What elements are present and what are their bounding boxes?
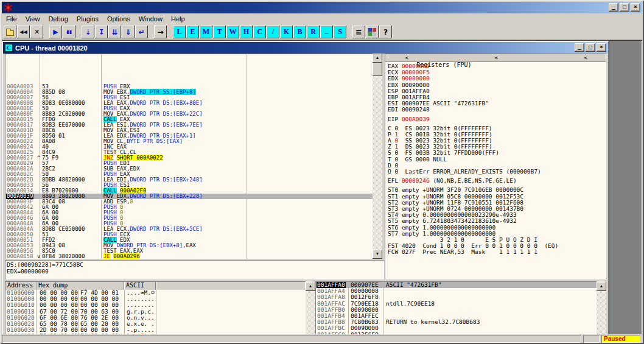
animate-over-icon: ⇓ xyxy=(125,28,131,37)
register-line[interactable]: FCW 027F Prec NEAR,53 Mask 1 1 1 1 1 1 xyxy=(388,249,605,255)
menu-item-options[interactable]: Options xyxy=(103,14,135,24)
disassembly-row[interactable]: 000A002A2BC2SUB EAX,EDX xyxy=(5,166,373,172)
menu-lines-icon: ≡ xyxy=(355,27,362,37)
instruction-bytes: 0F84 38020000 xyxy=(42,254,85,259)
disassembly-row[interactable]: 000A0027^75 F9JNZ SHORT 000A0022 xyxy=(5,155,373,161)
menu-item-window[interactable]: Window xyxy=(135,14,167,24)
panel-button-s[interactable]: S xyxy=(334,26,346,38)
panel-button-t[interactable]: T xyxy=(213,26,226,38)
disassembly-row[interactable]: 000A002440INC EAX xyxy=(5,144,373,150)
step-over-icon: ↧ xyxy=(98,28,104,37)
breakpoints-button[interactable]: ≡ xyxy=(352,26,365,38)
panel-button-r[interactable]: R xyxy=(307,26,320,38)
scrollbar-track[interactable] xyxy=(373,54,382,259)
stack-row[interactable]: 001AFFBC00090000 xyxy=(315,325,597,331)
scroll-down-button[interactable]: ▼ xyxy=(373,250,382,259)
stack-pane[interactable]: 001AFFA0000907EEASCII "472631FB"001AFFA4… xyxy=(315,281,597,335)
instruction-segment: DWORD PTR DS:[EBX+80E] xyxy=(130,100,202,106)
step-over-button[interactable]: ↧ xyxy=(95,26,108,38)
panel-button-h[interactable]: H xyxy=(240,26,253,38)
minimize-button[interactable]: _ xyxy=(609,3,618,12)
instruction-segment: 000A0296 xyxy=(113,253,139,259)
instruction-segment: DWORD PTR DS:[EBX+22C] xyxy=(130,111,202,117)
stack-scrollbar[interactable]: ▲ xyxy=(597,281,606,335)
panel-button-c[interactable]: C xyxy=(253,26,266,38)
cpu-window-icon: C xyxy=(5,44,13,52)
disassembly-row[interactable]: 000A005051PUSH ECX xyxy=(5,232,373,237)
disassembly-row[interactable]: 000A002584C9TEST CL,CL xyxy=(5,150,373,155)
goto-icon: → xyxy=(157,28,163,37)
menu-item-plugins[interactable]: Plugins xyxy=(72,14,103,24)
scroll-up-button[interactable]: ▲ xyxy=(306,282,315,291)
menu-item-view[interactable]: View xyxy=(21,14,44,24)
dump-scrollbar[interactable]: ▲ xyxy=(306,281,315,335)
close-program-button[interactable]: ✕ xyxy=(30,26,43,38)
disassembly-row[interactable]: 000A00178DB3 EE070000LEA ESI,DWORD PTR D… xyxy=(5,122,373,128)
menu-item-debug[interactable]: Debug xyxy=(44,14,72,24)
panel-button-slash[interactable]: / xyxy=(267,26,279,38)
cpu-maximize-button[interactable]: □ xyxy=(586,43,595,52)
register-value-segment: 00000246 xyxy=(402,177,430,184)
execute-till-return-button[interactable]: ↵ xyxy=(135,26,148,38)
registers-pane[interactable]: Registers (FPU) < < < < < EAX 00000001EC… xyxy=(385,54,606,279)
panel-button-k[interactable]: K xyxy=(280,26,293,38)
panel-button-l[interactable]: L xyxy=(173,26,186,38)
disassembly-row[interactable]: 000A00088D83 0E080000LEA EAX,DWORD PTR D… xyxy=(5,100,373,106)
disassembly-row[interactable]: 000A003F83C4 08ADD ESP,8 xyxy=(5,199,373,205)
help-button[interactable]: ? xyxy=(379,26,392,38)
scroll-up-button[interactable]: ▲ xyxy=(597,282,606,291)
open-file-button[interactable] xyxy=(4,26,16,38)
disassembly-row[interactable]: 000A000F8B83 2C020000MOV EAX,DWORD PTR D… xyxy=(5,111,373,117)
jump-direction-arrow: ^ xyxy=(37,155,40,161)
animate-over-button[interactable]: ⇓ xyxy=(122,26,135,38)
instruction-segment: DWORD PTR SS:[EBP+8] xyxy=(130,89,195,95)
registers-collapse-arrows[interactable]: < < < < < xyxy=(385,54,602,61)
panel-button-w[interactable]: W xyxy=(226,26,239,38)
instruction-segment: ,EAX xyxy=(183,242,196,248)
cpu-titlebar[interactable]: C CPU - thread 00001820 _ □ × xyxy=(3,42,608,54)
disassembly-row[interactable]: 000A00538943 08MOV DWORD PTR DS:[EBX+8],… xyxy=(5,243,373,248)
panel-button-dots[interactable]: ... xyxy=(320,26,333,38)
disassembly-row[interactable]: 000A002957PUSH EDI xyxy=(5,161,373,166)
step-into-button[interactable]: ⇣ xyxy=(82,26,94,38)
disassembly-scrollbar[interactable]: ▲ ▼ xyxy=(373,54,382,259)
disassembly-row[interactable]: 000A002D8DBB 48020000LEA EDI,DWORD PTR D… xyxy=(5,177,373,183)
restart-button[interactable]: ◀◀ xyxy=(17,26,30,38)
info-pane-line: EDX=00000000 xyxy=(7,268,384,275)
appearance-button[interactable] xyxy=(366,26,379,38)
disassembly-row[interactable]: 000A00446A 00PUSH 0 xyxy=(5,210,373,216)
cpu-close-button[interactable]: × xyxy=(597,43,606,52)
panel-button-b[interactable]: B xyxy=(293,26,306,38)
disassembly-row[interactable]: 000A00426A 00PUSH 0 xyxy=(5,205,373,210)
run-button[interactable]: ▶ xyxy=(49,26,62,38)
register-line[interactable]: O 0 LastErr ERROR_ALREADY_EXISTS (000000… xyxy=(388,169,605,175)
register-line[interactable]: EDI 00090248 xyxy=(388,107,605,113)
disassembly-row[interactable]: 000A004A8D8B CE050000LEA ECX,DWORD PTR D… xyxy=(5,226,373,232)
register-line[interactable]: EIP 000A0039 xyxy=(388,116,605,122)
restart-icon: ◀◀ xyxy=(19,29,27,35)
disassembly-pane[interactable]: 000A000353PUSH EBX000A00048B5D 08MOV EBX… xyxy=(5,54,373,259)
disassembly-row[interactable]: 000A00466A 00PUSH 0 xyxy=(5,216,373,221)
cpu-minimize-button[interactable]: _ xyxy=(575,43,584,52)
hex-dump-pane[interactable]: Address Hex dump ASCII 0100600000 00 00 … xyxy=(5,281,306,335)
disassembly-row[interactable]: 000A0058v0F84 38020000JE 000A0296 xyxy=(5,254,373,259)
scroll-up-button[interactable]: ▲ xyxy=(373,54,382,63)
panel-button-m[interactable]: M xyxy=(200,26,212,38)
main-titlebar[interactable]: _ □ × xyxy=(2,2,642,13)
disassembly-row[interactable]: 000A00228A08MOV CL,BYTE PTR DS:[EAX] xyxy=(5,139,373,144)
goto-button[interactable]: → xyxy=(154,26,167,38)
menu-item-file[interactable]: File xyxy=(2,14,21,24)
close-button[interactable]: × xyxy=(631,3,640,12)
pause-button[interactable]: ▮▮ xyxy=(63,26,75,38)
register-line[interactable]: T 0 GS 0000 NULL xyxy=(388,156,605,163)
animate-into-button[interactable]: ⇊ xyxy=(108,26,121,38)
maximize-button[interactable]: □ xyxy=(620,3,629,12)
info-pane: DS:[00090228]=771C58BCEDX=00000000 xyxy=(5,260,384,279)
scrollbar-thumb[interactable] xyxy=(373,63,382,76)
execute-return-icon: ↵ xyxy=(138,28,144,37)
menu-item-help[interactable]: Help xyxy=(167,14,189,24)
panel-button-e[interactable]: E xyxy=(186,26,199,38)
disassembly-row[interactable]: 000A00048B5D 08MOV EBX,DWORD PTR SS:[EBP… xyxy=(5,90,373,95)
register-line[interactable]: EFL 00000246 (NO,NB,E,BE,NS,PE,GE,LE) xyxy=(388,178,605,184)
disassembly-row[interactable]: 000A001F8D50 01LEA EDX,DWORD PTR DS:[EAX… xyxy=(5,133,373,139)
